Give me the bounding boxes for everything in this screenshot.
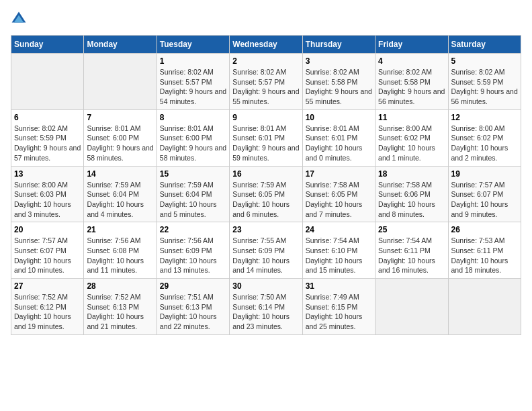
day-info: Sunrise: 8:02 AMSunset: 5:58 PMDaylight:… bbox=[378, 67, 445, 107]
day-info: Sunrise: 7:55 AMSunset: 6:09 PMDaylight:… bbox=[232, 236, 299, 275]
day-number: 30 bbox=[232, 281, 299, 291]
calendar-cell: 7Sunrise: 8:01 AMSunset: 6:00 PMDaylight… bbox=[84, 109, 157, 166]
day-info: Sunrise: 7:58 AMSunset: 6:05 PMDaylight:… bbox=[306, 180, 372, 220]
calendar-cell: 29Sunrise: 7:51 AMSunset: 6:13 PMDayligh… bbox=[157, 279, 229, 335]
day-info: Sunrise: 7:56 AMSunset: 6:09 PMDaylight:… bbox=[160, 236, 226, 275]
weekday-header-sunday: Sunday bbox=[11, 36, 84, 54]
calendar-cell: 19Sunrise: 7:57 AMSunset: 6:07 PMDayligh… bbox=[448, 166, 521, 222]
calendar-cell: 5Sunrise: 8:02 AMSunset: 5:59 PMDaylight… bbox=[448, 54, 521, 110]
day-number: 24 bbox=[306, 225, 372, 234]
calendar-cell: 2Sunrise: 8:02 AMSunset: 5:57 PMDaylight… bbox=[230, 54, 302, 110]
day-info: Sunrise: 7:54 AMSunset: 6:10 PMDaylight:… bbox=[306, 236, 372, 275]
calendar-cell: 25Sunrise: 7:54 AMSunset: 6:11 PMDayligh… bbox=[375, 222, 448, 279]
calendar-cell bbox=[375, 279, 448, 335]
day-info: Sunrise: 7:51 AMSunset: 6:13 PMDaylight:… bbox=[160, 292, 226, 332]
day-number: 20 bbox=[14, 225, 81, 234]
day-number: 4 bbox=[378, 56, 445, 66]
calendar-cell bbox=[84, 54, 157, 110]
day-number: 25 bbox=[378, 225, 445, 234]
day-info: Sunrise: 8:01 AMSunset: 6:01 PMDaylight:… bbox=[306, 124, 372, 163]
calendar-cell: 31Sunrise: 7:49 AMSunset: 6:15 PMDayligh… bbox=[302, 279, 375, 335]
day-info: Sunrise: 8:02 AMSunset: 5:57 PMDaylight:… bbox=[160, 67, 226, 107]
day-number: 15 bbox=[160, 169, 226, 179]
day-info: Sunrise: 8:00 AMSunset: 6:03 PMDaylight:… bbox=[14, 180, 81, 220]
logo bbox=[11, 11, 30, 27]
day-number: 12 bbox=[451, 113, 518, 122]
day-info: Sunrise: 7:49 AMSunset: 6:15 PMDaylight:… bbox=[306, 292, 372, 332]
calendar-cell: 9Sunrise: 8:01 AMSunset: 6:01 PMDaylight… bbox=[230, 109, 302, 166]
calendar-cell: 18Sunrise: 7:58 AMSunset: 6:06 PMDayligh… bbox=[375, 166, 448, 222]
calendar-cell: 10Sunrise: 8:01 AMSunset: 6:01 PMDayligh… bbox=[302, 109, 375, 166]
calendar-cell: 3Sunrise: 8:02 AMSunset: 5:58 PMDaylight… bbox=[302, 54, 375, 110]
calendar-cell: 13Sunrise: 8:00 AMSunset: 6:03 PMDayligh… bbox=[11, 166, 84, 222]
calendar-table: SundayMondayTuesdayWednesdayThursdayFrid… bbox=[11, 35, 521, 335]
weekday-header-tuesday: Tuesday bbox=[157, 36, 229, 54]
day-number: 8 bbox=[160, 113, 226, 122]
day-number: 27 bbox=[14, 281, 81, 291]
day-info: Sunrise: 7:59 AMSunset: 6:05 PMDaylight:… bbox=[232, 180, 299, 220]
day-number: 9 bbox=[232, 113, 299, 122]
day-number: 23 bbox=[232, 225, 299, 234]
day-number: 18 bbox=[378, 169, 445, 179]
day-info: Sunrise: 7:53 AMSunset: 6:11 PMDaylight:… bbox=[451, 236, 518, 275]
day-info: Sunrise: 8:02 AMSunset: 5:59 PMDaylight:… bbox=[451, 67, 518, 107]
calendar-cell: 8Sunrise: 8:01 AMSunset: 6:00 PMDaylight… bbox=[157, 109, 229, 166]
calendar-cell: 21Sunrise: 7:56 AMSunset: 6:08 PMDayligh… bbox=[84, 222, 157, 279]
day-number: 2 bbox=[232, 56, 299, 66]
day-info: Sunrise: 8:02 AMSunset: 5:59 PMDaylight:… bbox=[14, 124, 81, 163]
calendar-cell: 17Sunrise: 7:58 AMSunset: 6:05 PMDayligh… bbox=[302, 166, 375, 222]
weekday-header-wednesday: Wednesday bbox=[230, 36, 302, 54]
day-number: 5 bbox=[451, 56, 518, 66]
day-number: 14 bbox=[87, 169, 153, 179]
day-number: 1 bbox=[160, 56, 226, 66]
day-number: 31 bbox=[306, 281, 372, 291]
weekday-header-monday: Monday bbox=[84, 36, 157, 54]
calendar-cell: 1Sunrise: 8:02 AMSunset: 5:57 PMDaylight… bbox=[157, 54, 229, 110]
calendar-cell: 23Sunrise: 7:55 AMSunset: 6:09 PMDayligh… bbox=[230, 222, 302, 279]
day-number: 16 bbox=[232, 169, 299, 179]
weekday-header-saturday: Saturday bbox=[448, 36, 521, 54]
day-info: Sunrise: 8:00 AMSunset: 6:02 PMDaylight:… bbox=[378, 124, 445, 163]
page-header bbox=[11, 11, 521, 27]
calendar-cell bbox=[11, 54, 84, 110]
day-info: Sunrise: 7:58 AMSunset: 6:06 PMDaylight:… bbox=[378, 180, 445, 220]
calendar-cell: 12Sunrise: 8:00 AMSunset: 6:02 PMDayligh… bbox=[448, 109, 521, 166]
day-info: Sunrise: 7:57 AMSunset: 6:07 PMDaylight:… bbox=[451, 180, 518, 220]
day-info: Sunrise: 7:52 AMSunset: 6:12 PMDaylight:… bbox=[14, 292, 81, 332]
day-number: 29 bbox=[160, 281, 226, 291]
logo-icon bbox=[11, 11, 27, 27]
weekday-header-friday: Friday bbox=[375, 36, 448, 54]
day-info: Sunrise: 7:59 AMSunset: 6:04 PMDaylight:… bbox=[160, 180, 226, 220]
day-number: 10 bbox=[306, 113, 372, 122]
calendar-cell: 4Sunrise: 8:02 AMSunset: 5:58 PMDaylight… bbox=[375, 54, 448, 110]
day-number: 22 bbox=[160, 225, 226, 234]
calendar-cell: 16Sunrise: 7:59 AMSunset: 6:05 PMDayligh… bbox=[230, 166, 302, 222]
day-info: Sunrise: 8:01 AMSunset: 6:01 PMDaylight:… bbox=[232, 124, 299, 163]
calendar-cell: 28Sunrise: 7:52 AMSunset: 6:13 PMDayligh… bbox=[84, 279, 157, 335]
calendar-cell: 14Sunrise: 7:59 AMSunset: 6:04 PMDayligh… bbox=[84, 166, 157, 222]
day-info: Sunrise: 7:54 AMSunset: 6:11 PMDaylight:… bbox=[378, 236, 445, 275]
calendar-cell: 30Sunrise: 7:50 AMSunset: 6:14 PMDayligh… bbox=[230, 279, 302, 335]
calendar-cell bbox=[448, 279, 521, 335]
day-info: Sunrise: 8:02 AMSunset: 5:58 PMDaylight:… bbox=[306, 67, 372, 107]
day-info: Sunrise: 7:52 AMSunset: 6:13 PMDaylight:… bbox=[87, 292, 153, 332]
day-info: Sunrise: 7:59 AMSunset: 6:04 PMDaylight:… bbox=[87, 180, 153, 220]
day-number: 6 bbox=[14, 113, 81, 122]
calendar-cell: 24Sunrise: 7:54 AMSunset: 6:10 PMDayligh… bbox=[302, 222, 375, 279]
calendar-cell: 26Sunrise: 7:53 AMSunset: 6:11 PMDayligh… bbox=[448, 222, 521, 279]
calendar-cell: 22Sunrise: 7:56 AMSunset: 6:09 PMDayligh… bbox=[157, 222, 229, 279]
day-info: Sunrise: 7:57 AMSunset: 6:07 PMDaylight:… bbox=[14, 236, 81, 275]
weekday-header-thursday: Thursday bbox=[302, 36, 375, 54]
day-number: 17 bbox=[306, 169, 372, 179]
calendar-cell: 27Sunrise: 7:52 AMSunset: 6:12 PMDayligh… bbox=[11, 279, 84, 335]
day-info: Sunrise: 8:01 AMSunset: 6:00 PMDaylight:… bbox=[160, 124, 226, 163]
day-info: Sunrise: 7:56 AMSunset: 6:08 PMDaylight:… bbox=[87, 236, 153, 275]
calendar-cell: 15Sunrise: 7:59 AMSunset: 6:04 PMDayligh… bbox=[157, 166, 229, 222]
day-number: 11 bbox=[378, 113, 445, 122]
day-number: 21 bbox=[87, 225, 153, 234]
day-number: 19 bbox=[451, 169, 518, 179]
day-info: Sunrise: 7:50 AMSunset: 6:14 PMDaylight:… bbox=[232, 292, 299, 332]
calendar-cell: 20Sunrise: 7:57 AMSunset: 6:07 PMDayligh… bbox=[11, 222, 84, 279]
calendar-cell: 11Sunrise: 8:00 AMSunset: 6:02 PMDayligh… bbox=[375, 109, 448, 166]
day-info: Sunrise: 8:01 AMSunset: 6:00 PMDaylight:… bbox=[87, 124, 153, 163]
